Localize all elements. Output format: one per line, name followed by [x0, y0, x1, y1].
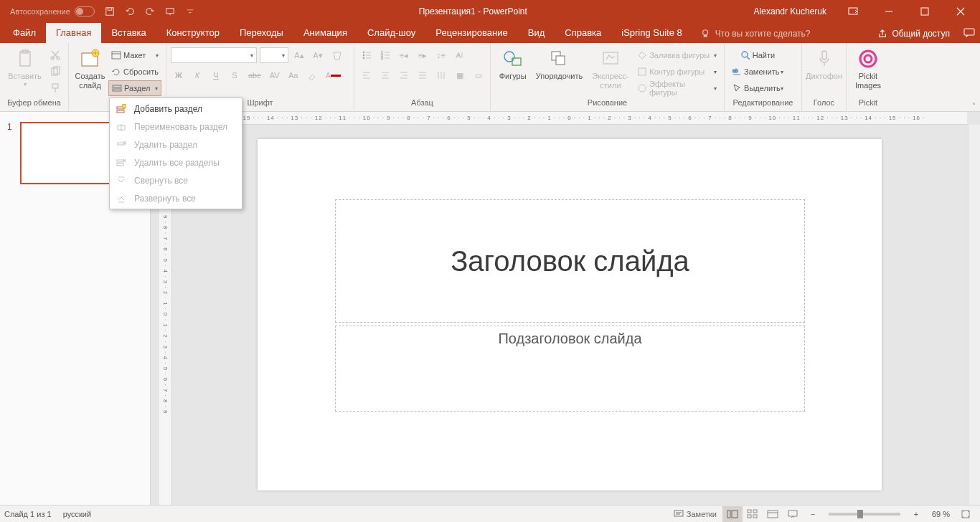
- numbering-icon[interactable]: 123: [377, 47, 393, 63]
- replace-label: Заменить: [744, 67, 779, 76]
- vertical-scrollbar[interactable]: [968, 125, 980, 505]
- zoom-out-icon[interactable]: −: [803, 506, 823, 522]
- qat-customize-icon[interactable]: [181, 2, 199, 21]
- new-slide-button[interactable]: Создать слайд: [73, 44, 107, 98]
- svg-rect-55: [603, 52, 618, 64]
- change-case-button[interactable]: Aa: [286, 67, 301, 83]
- columns-icon[interactable]: [433, 67, 449, 83]
- align-right-icon[interactable]: [396, 67, 412, 83]
- tab-ispring[interactable]: iSpring Suite 8: [611, 23, 692, 43]
- subtitle-placeholder[interactable]: Подзаголовок слайда: [335, 326, 805, 412]
- find-button[interactable]: Найти: [729, 47, 786, 63]
- shape-fill-button[interactable]: Заливка фигуры▾: [634, 47, 720, 63]
- strike-button[interactable]: abc: [245, 67, 264, 83]
- tell-me-search[interactable]: Что вы хотите сделать?: [692, 29, 819, 43]
- maximize-icon[interactable]: [908, 0, 941, 23]
- horizontal-ruler[interactable]: · 16 · · · 15 · · · 14 · · · 13 · · · 12…: [172, 112, 967, 125]
- shape-outline-button[interactable]: Контур фигуры▾: [634, 64, 720, 80]
- tab-design[interactable]: Конструктор: [156, 23, 230, 43]
- align-left-icon[interactable]: [359, 67, 374, 83]
- tab-animations[interactable]: Анимация: [293, 23, 357, 43]
- align-text-icon[interactable]: ▦: [452, 67, 468, 83]
- select-button[interactable]: Выделить▾: [729, 80, 786, 96]
- highlight-button[interactable]: [304, 67, 320, 83]
- increase-indent-icon[interactable]: ≡▸: [415, 47, 430, 63]
- collapse-ribbon-icon[interactable]: ˄: [972, 102, 976, 110]
- bold-button[interactable]: Ж: [171, 67, 187, 83]
- cut-icon[interactable]: [47, 47, 64, 63]
- redo-icon[interactable]: [141, 2, 159, 21]
- bullets-icon[interactable]: [359, 47, 374, 63]
- pickit-button[interactable]: Pickit Images: [851, 44, 885, 98]
- shapes-button[interactable]: Фигуры: [495, 44, 530, 98]
- tab-slideshow[interactable]: Слайд-шоу: [357, 23, 425, 43]
- svg-rect-72: [117, 160, 123, 162]
- zoom-slider[interactable]: [829, 513, 900, 516]
- save-icon[interactable]: [100, 2, 119, 21]
- delete-section-icon: [116, 139, 127, 151]
- undo-icon[interactable]: [121, 2, 139, 21]
- layout-button[interactable]: Макет▾: [108, 47, 161, 63]
- arrange-label: Упорядочить: [536, 72, 583, 81]
- language-indicator[interactable]: русский: [63, 510, 91, 518]
- font-size-combo[interactable]: ▾: [260, 47, 288, 63]
- tab-file[interactable]: Файл: [3, 23, 46, 43]
- format-painter-icon[interactable]: [47, 80, 64, 96]
- slide-counter[interactable]: Слайд 1 из 1: [4, 510, 63, 518]
- tab-review[interactable]: Рецензирование: [425, 23, 517, 43]
- fit-to-window-icon[interactable]: [956, 506, 976, 522]
- reset-button[interactable]: Сбросить: [108, 64, 161, 80]
- decrease-indent-icon[interactable]: ≡◂: [396, 47, 412, 63]
- shadow-button[interactable]: S: [227, 67, 242, 83]
- zoom-in-icon[interactable]: +: [906, 506, 926, 522]
- normal-view-icon[interactable]: [722, 506, 743, 522]
- tab-home[interactable]: Главная: [46, 23, 101, 43]
- pickit-icon: [857, 47, 880, 70]
- menu-expand-label: Развернуть все: [134, 194, 196, 204]
- char-spacing-button[interactable]: AV: [267, 67, 283, 83]
- shape-effects-button[interactable]: Эффекты фигуры▾: [634, 80, 720, 96]
- font-family-combo[interactable]: ▾: [171, 47, 257, 63]
- replace-button[interactable]: ab Заменить▾: [729, 64, 786, 80]
- grow-font-icon[interactable]: A▴: [291, 47, 307, 63]
- justify-icon[interactable]: [415, 67, 430, 83]
- title-placeholder[interactable]: Заголовок слайда: [335, 199, 805, 323]
- arrange-button[interactable]: Упорядочить: [532, 44, 586, 98]
- tab-help[interactable]: Справка: [555, 23, 611, 43]
- shrink-font-icon[interactable]: A▾: [310, 47, 326, 63]
- section-button[interactable]: Раздел▾: [108, 80, 161, 96]
- dictate-button[interactable]: Диктофон: [806, 44, 842, 98]
- underline-button[interactable]: Ч: [208, 67, 224, 83]
- align-center-icon[interactable]: [377, 67, 393, 83]
- tab-view[interactable]: Вид: [518, 23, 555, 43]
- clear-format-icon[interactable]: [329, 47, 344, 63]
- smartart-icon[interactable]: ▭: [471, 67, 486, 83]
- line-spacing-icon[interactable]: ↕≡: [433, 47, 449, 63]
- lightbulb-icon: [701, 29, 711, 39]
- slideshow-view-icon[interactable]: [783, 506, 803, 522]
- font-color-button[interactable]: A: [323, 67, 344, 83]
- autosave-toggle[interactable]: Автосохранение: [6, 6, 99, 16]
- tab-transitions[interactable]: Переходы: [230, 23, 293, 43]
- minimize-icon[interactable]: [872, 0, 905, 23]
- user-name[interactable]: Alexandr Kucheruk: [747, 6, 834, 16]
- svg-point-63: [864, 55, 872, 62]
- slide-sorter-icon[interactable]: [743, 506, 763, 522]
- slide-canvas[interactable]: Заголовок слайда Подзаголовок слайда: [258, 139, 882, 490]
- italic-button[interactable]: К: [189, 67, 205, 83]
- text-direction-icon[interactable]: A: [452, 47, 468, 63]
- share-button[interactable]: Общий доступ: [869, 29, 958, 43]
- tab-insert[interactable]: Вставка: [101, 23, 156, 43]
- menu-add-section[interactable]: Добавить раздел: [110, 100, 242, 118]
- ribbon-display-icon[interactable]: [837, 0, 870, 23]
- copy-icon[interactable]: [47, 64, 64, 80]
- close-icon[interactable]: [944, 0, 977, 23]
- comments-icon[interactable]: [958, 23, 980, 43]
- quick-styles-button[interactable]: Экспресс- стили: [588, 44, 633, 98]
- start-slideshow-icon[interactable]: [161, 2, 179, 21]
- svg-rect-79: [727, 511, 730, 518]
- paste-button[interactable]: Вставить ▾: [4, 44, 45, 98]
- reading-view-icon[interactable]: [763, 506, 783, 522]
- notes-button[interactable]: Заметки: [668, 506, 722, 522]
- zoom-value[interactable]: 69 %: [926, 510, 956, 518]
